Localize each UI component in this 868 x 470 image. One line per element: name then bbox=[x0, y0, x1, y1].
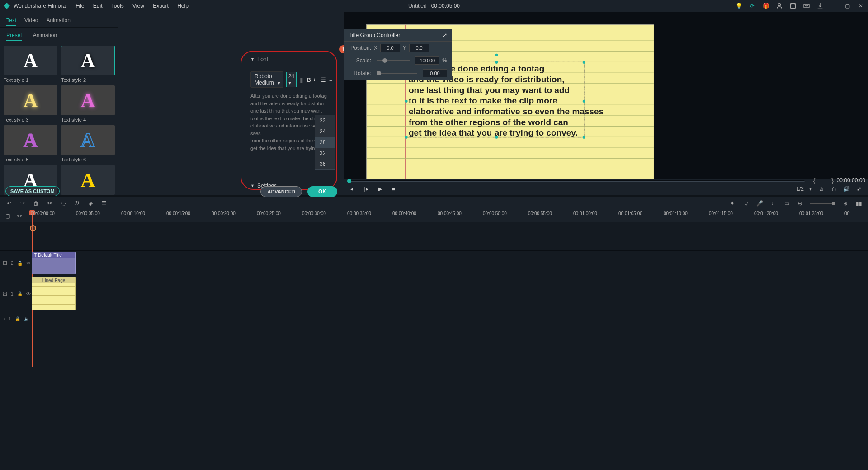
speed-icon[interactable]: ⏱ bbox=[73, 200, 80, 207]
maximize-icon[interactable]: ▢ bbox=[844, 2, 851, 9]
position-x-input[interactable] bbox=[380, 44, 400, 52]
align-left-icon[interactable]: ☰ bbox=[321, 75, 326, 84]
play-icon[interactable]: ▶ bbox=[376, 185, 383, 193]
ruler-tick: 00:00:35:00 bbox=[347, 211, 371, 216]
text-subtabs: Preset Animation bbox=[0, 28, 118, 44]
close-icon[interactable]: ✕ bbox=[857, 2, 864, 9]
download-icon[interactable] bbox=[816, 2, 824, 9]
align-center-icon[interactable]: ≡ bbox=[329, 75, 333, 84]
mic-icon[interactable]: 🎤 bbox=[756, 200, 763, 207]
timeline-marker-icon[interactable] bbox=[30, 225, 36, 231]
save-as-custom-button[interactable]: SAVE AS CUSTOM bbox=[5, 186, 60, 196]
align-right-icon[interactable]: ☰ bbox=[335, 75, 337, 84]
zoom-fit-icon[interactable]: ▮▮ bbox=[855, 200, 863, 207]
next-frame-icon[interactable]: |▸ bbox=[363, 185, 370, 193]
lock-icon[interactable]: 🔒 bbox=[17, 261, 23, 266]
position-y-input[interactable] bbox=[409, 44, 429, 52]
menu-help[interactable]: Help bbox=[177, 3, 189, 9]
delete-icon[interactable]: 🗑 bbox=[33, 200, 40, 207]
undo-icon[interactable]: ↶ bbox=[5, 200, 13, 207]
tab-animation[interactable]: Animation bbox=[47, 15, 71, 26]
redo-icon[interactable]: ↷ bbox=[19, 200, 26, 207]
menu-edit[interactable]: Edit bbox=[93, 3, 103, 9]
cut-icon[interactable]: ✂ bbox=[46, 200, 53, 207]
collapse-icon[interactable]: ⤢ bbox=[443, 32, 447, 38]
lightbulb-icon[interactable]: 💡 bbox=[735, 2, 742, 9]
color-icon[interactable]: ◈ bbox=[87, 200, 94, 207]
lock-icon[interactable]: 🔒 bbox=[15, 316, 20, 322]
adjust-icon[interactable]: ▭ bbox=[783, 200, 790, 207]
ruler-tick: 00: bbox=[844, 211, 851, 216]
scale-input[interactable] bbox=[415, 56, 439, 65]
eye-icon[interactable]: 👁 bbox=[26, 291, 31, 297]
font-size-select[interactable]: 24 ▾ bbox=[286, 72, 297, 87]
subtab-preset[interactable]: Preset bbox=[6, 30, 22, 41]
style-thumb-6[interactable]: A bbox=[61, 125, 115, 155]
font-family-select[interactable]: Roboto Medium ▾ bbox=[250, 71, 283, 88]
size-option[interactable]: 24 bbox=[315, 126, 335, 137]
advanced-button[interactable]: ADVANCED bbox=[260, 186, 302, 197]
scale-slider[interactable] bbox=[377, 60, 410, 61]
timeline-ruler[interactable]: ▢ ⚯ 00:00:00:0000:00:05:0000:00:10:0000:… bbox=[0, 210, 868, 222]
refresh-icon[interactable]: ⟳ bbox=[749, 2, 756, 9]
menu-tools[interactable]: Tools bbox=[111, 3, 124, 9]
lock-icon[interactable]: 🔒 bbox=[17, 291, 23, 297]
speaker-icon[interactable]: 🔈 bbox=[24, 316, 29, 322]
snap-icon[interactable]: ▢ bbox=[5, 213, 12, 219]
clip-video[interactable]: Lined Page bbox=[32, 277, 76, 310]
marker-icon[interactable]: ▽ bbox=[742, 200, 750, 207]
settings-icon[interactable]: ☰ bbox=[100, 200, 108, 207]
italic-button[interactable]: I bbox=[314, 75, 316, 84]
ok-button[interactable]: OK bbox=[307, 186, 337, 197]
rotate-input[interactable] bbox=[423, 69, 447, 77]
size-option[interactable]: 28 bbox=[315, 137, 335, 148]
snapshot-icon[interactable]: ⎙ bbox=[830, 185, 837, 193]
audio-mix-icon[interactable]: ♫ bbox=[769, 200, 777, 207]
style-thumb-1[interactable]: A bbox=[4, 46, 57, 75]
line-height-icon[interactable]: ||| bbox=[299, 75, 304, 84]
volume-icon[interactable]: 🔊 bbox=[843, 185, 850, 193]
tab-video[interactable]: Video bbox=[24, 15, 38, 26]
zoom-out-icon[interactable]: ⊖ bbox=[797, 200, 804, 207]
gift-icon[interactable]: 🎁 bbox=[762, 2, 769, 9]
zoom-ratio[interactable]: 1/2 bbox=[796, 186, 804, 192]
menu-file[interactable]: File bbox=[75, 3, 84, 9]
scrub-bar[interactable]: { }00:00:00:00 bbox=[344, 179, 868, 183]
crop-icon[interactable]: ◌ bbox=[60, 200, 67, 207]
font-size-value: 24 bbox=[288, 73, 294, 80]
zoom-slider[interactable] bbox=[810, 203, 835, 204]
size-option[interactable]: 22 bbox=[315, 115, 335, 126]
stop-icon[interactable]: ■ bbox=[390, 185, 397, 193]
prev-frame-icon[interactable]: ◂| bbox=[349, 185, 356, 193]
menu-export[interactable]: Export bbox=[153, 3, 169, 9]
minimize-icon[interactable]: ─ bbox=[830, 2, 837, 9]
style-thumb-4[interactable]: A bbox=[61, 85, 115, 115]
style-thumb-2[interactable]: A bbox=[61, 46, 115, 75]
size-option[interactable]: 32 bbox=[315, 148, 335, 159]
chevron-down-icon[interactable]: ▾ bbox=[809, 186, 812, 192]
eye-icon[interactable]: 👁 bbox=[26, 261, 31, 266]
user-icon[interactable] bbox=[776, 2, 783, 9]
style-thumb-5[interactable]: A bbox=[4, 125, 57, 155]
display-icon[interactable]: ⎚ bbox=[817, 185, 825, 193]
fullscreen-icon[interactable]: ⤢ bbox=[855, 185, 863, 193]
font-section-header[interactable]: ▼Font bbox=[250, 56, 327, 62]
clip-video-label: Lined Page bbox=[32, 277, 75, 283]
mail-icon[interactable] bbox=[803, 2, 810, 9]
style-thumb-3[interactable]: A bbox=[4, 85, 57, 115]
controller-title: Title Group Controller bbox=[349, 32, 400, 38]
clip-title[interactable]: TDefault Title bbox=[32, 252, 76, 274]
link-icon[interactable]: ⚯ bbox=[17, 213, 24, 219]
rotate-slider[interactable] bbox=[377, 73, 417, 74]
save-icon[interactable] bbox=[789, 2, 797, 9]
style-label: Text style 4 bbox=[61, 117, 115, 122]
menu-view[interactable]: View bbox=[132, 3, 144, 9]
style-label: Text style 1 bbox=[4, 77, 57, 83]
zoom-in-icon[interactable]: ⊕ bbox=[842, 200, 849, 207]
style-thumb-8[interactable]: A bbox=[61, 165, 115, 195]
size-option[interactable]: 36 bbox=[315, 159, 335, 169]
render-icon[interactable]: ✦ bbox=[729, 200, 736, 207]
subtab-animation[interactable]: Animation bbox=[33, 30, 57, 41]
tab-text[interactable]: Text bbox=[6, 15, 16, 26]
bold-button[interactable]: B bbox=[307, 75, 311, 84]
